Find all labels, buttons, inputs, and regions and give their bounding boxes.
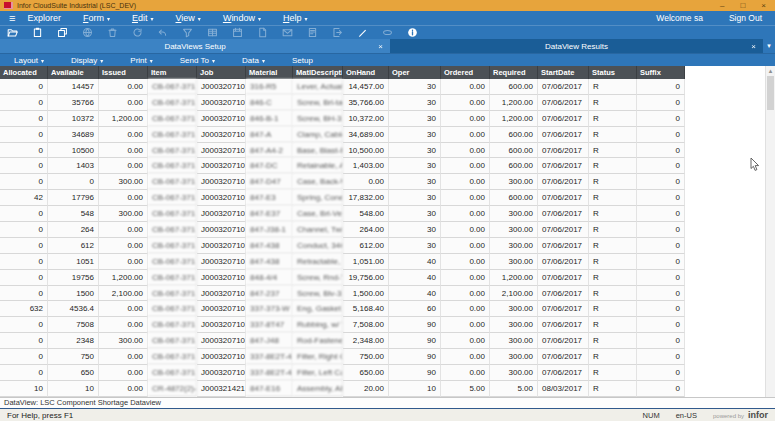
table-row[interactable]: 0197561,200.00CB-067-371J000320710848-4/…	[0, 270, 775, 286]
pencil-icon[interactable]	[357, 27, 368, 38]
clipboard-icon[interactable]	[32, 27, 43, 38]
dataview-menu-print[interactable]: Print▾	[130, 56, 152, 65]
table-row[interactable]: 0346890.00CB-067-371J000320710847-AClamp…	[0, 127, 775, 143]
cell-status: R	[589, 158, 637, 174]
cell-suffix: 0	[637, 286, 685, 302]
cell-job: J000320710	[197, 111, 246, 127]
tab-dataviews-setup[interactable]: DataViews Setup×	[0, 39, 390, 53]
cell-startdate: 07/06/2017	[538, 111, 589, 127]
column-header-suffix[interactable]: Suffix	[637, 66, 685, 79]
cell-material: 847-E3	[246, 190, 293, 206]
menu-help[interactable]: Help▾	[283, 13, 308, 23]
column-header-available[interactable]: Available	[48, 66, 99, 79]
restore-icon[interactable]: □	[740, 1, 745, 11]
cell-item: CB-067-371	[148, 333, 197, 349]
trash-icon	[107, 27, 118, 38]
table-row[interactable]: 0548300.00CB-067-371J000320710847-E37Cas…	[0, 206, 775, 222]
dataview-menu-send-to[interactable]: Send To▾	[180, 56, 215, 65]
cell-oper: 30	[389, 206, 441, 222]
table-row[interactable]: 07500.00CB-067-371J000320710337-8E2T-4BF…	[0, 349, 775, 365]
cell-issued: 0.00	[99, 190, 148, 206]
cell-issued: 0.00	[99, 238, 148, 254]
open-folder-icon[interactable]	[7, 27, 18, 38]
column-header-status[interactable]: Status	[589, 66, 637, 79]
table-row[interactable]: 0105000.00CB-067-371J000320710847-A4-2Ba…	[0, 143, 775, 159]
cell-issued: 0.00	[99, 143, 148, 159]
table-row[interactable]: 015002,100.00CB-067-371J000320710847-237…	[0, 286, 775, 302]
cell-available: 612	[48, 238, 99, 254]
close-icon[interactable]: ×	[761, 1, 766, 11]
sign-out-button[interactable]: Sign Out	[729, 13, 762, 23]
table-row[interactable]: 6324536.40.00CB-067-371J000320710337-373…	[0, 301, 775, 317]
table-row[interactable]: 02640.00CB-067-371J000320710847-J38-1Cha…	[0, 222, 775, 238]
dataview-menu-data[interactable]: Data▾	[242, 56, 265, 65]
table-row[interactable]: 02348300.00CB-067-371J000320710847-J48Ro…	[0, 333, 775, 349]
vertical-scrollbar[interactable]: ▴	[765, 66, 775, 397]
cell-available: 34689	[48, 127, 99, 143]
cell-startdate: 07/06/2017	[538, 254, 589, 270]
column-header-required[interactable]: Required	[490, 66, 538, 79]
menu-view[interactable]: View▾	[176, 13, 201, 23]
new-window-icon[interactable]	[57, 27, 68, 38]
table-row[interactable]: 0357660.00CB-067-371J000320710846-CScrew…	[0, 95, 775, 111]
column-header-material[interactable]: Material	[246, 66, 293, 79]
table-row[interactable]: 06500.00CB-067-371J000320710337-8E2T-4TF…	[0, 365, 775, 381]
cell-suffix: 0	[637, 206, 685, 222]
menu-form[interactable]: Form▾	[83, 13, 110, 23]
scrollbar-up-icon[interactable]: ▴	[766, 66, 775, 75]
cell-item: CB-067-371	[148, 286, 197, 302]
cell-startdate: 07/06/2017	[538, 286, 589, 302]
column-header-startdate[interactable]: StartDate	[538, 66, 589, 79]
cell-allocated: 0	[0, 206, 48, 222]
cell-onhand: 750.00	[343, 349, 389, 365]
hamburger-icon[interactable]: ≡	[9, 13, 15, 23]
table-row[interactable]: 42177960.00CB-067-371J000320710847-E3Spr…	[0, 190, 775, 206]
cell-status: R	[589, 206, 637, 222]
dataview-menu-layout[interactable]: Layout▾	[14, 56, 44, 65]
cell-item: CR-4872(2)-H-8(140)	[148, 381, 197, 397]
column-header-job[interactable]: Job	[197, 66, 246, 79]
title-bar: Infor CloudSuite Industrial (LSC_DEV) –□…	[0, 0, 775, 11]
table-row[interactable]: 06120.00CB-067-371J000320710847-438Condu…	[0, 238, 775, 254]
scrollbar-thumb[interactable]	[767, 76, 774, 110]
chevron-down-icon: ▾	[198, 15, 201, 22]
table-row[interactable]: 014030.00CB-067-371J000320710847-DCRetai…	[0, 158, 775, 174]
tab-dataview-results[interactable]: DataView Results×	[390, 39, 763, 53]
column-header-onhand[interactable]: OnHand	[343, 66, 389, 79]
column-header-allocated[interactable]: Allocated	[0, 66, 48, 79]
cell-issued: 0.00	[99, 254, 148, 270]
cell-matldescription: Screw, Rnd-Type-M	[293, 270, 343, 286]
minimize-icon[interactable]: –	[720, 1, 724, 11]
cell-oper: 30	[389, 111, 441, 127]
table-row[interactable]: 010510.00CB-067-371J000320710847-438Retr…	[0, 254, 775, 270]
table-row[interactable]: 10100.00CR-4872(2)-H-8(140)J000321421847…	[0, 381, 775, 397]
table-row[interactable]: 0144570.00CB-067-371J000320710316-R5Leve…	[0, 79, 775, 95]
dataview-menu-setup[interactable]: Setup	[292, 56, 313, 65]
cell-startdate: 08/03/2017	[538, 381, 589, 397]
cell-oper: 30	[389, 158, 441, 174]
column-header-oper[interactable]: Oper	[389, 66, 441, 79]
tab-overflow-icon[interactable]: ▾	[763, 39, 775, 53]
cell-material: 848-4/4	[246, 270, 293, 286]
notes-icon	[307, 27, 318, 38]
table-row[interactable]: 075080.00CB-067-371J000320710337-8T47Rub…	[0, 317, 775, 333]
column-header-item[interactable]: Item	[148, 66, 197, 79]
menu-window[interactable]: Window▾	[223, 13, 261, 23]
table-row[interactable]: 0103721,200.00CB-067-371J000320710846-B-…	[0, 111, 775, 127]
menu-explorer[interactable]: Explorer	[27, 13, 61, 23]
column-header-matldescription[interactable]: MatlDescription	[293, 66, 343, 79]
cell-suffix: 0	[637, 238, 685, 254]
cell-matldescription: Channel, Twin w/ Nip	[293, 222, 343, 238]
column-header-ordered[interactable]: Ordered	[441, 66, 490, 79]
table-row[interactable]: 00300.00CB-067-371J000320710847-D47Case,…	[0, 174, 775, 190]
menu-edit[interactable]: Edit▾	[132, 13, 154, 23]
cell-allocated: 0	[0, 222, 48, 238]
close-icon[interactable]: ×	[378, 42, 383, 51]
close-icon[interactable]: ×	[751, 42, 756, 51]
column-header-issued[interactable]: Issued	[99, 66, 148, 79]
cell-startdate: 07/06/2017	[538, 238, 589, 254]
cell-status: R	[589, 79, 637, 95]
info-icon[interactable]	[407, 27, 418, 38]
cell-suffix: 0	[637, 127, 685, 143]
dataview-menu-display[interactable]: Display▾	[71, 56, 103, 65]
